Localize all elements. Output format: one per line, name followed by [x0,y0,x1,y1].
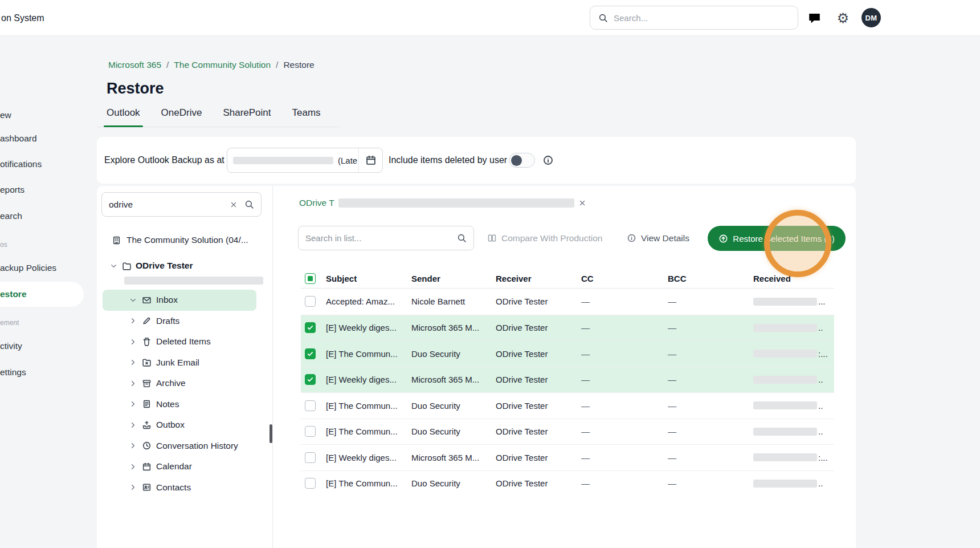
column-header-received[interactable]: Received [753,274,834,283]
sidebar-item-ew[interactable]: ew [0,103,84,128]
row-checkbox[interactable] [305,322,316,333]
folder-outbox[interactable]: Outbox [103,415,256,436]
sidebar-item-earch[interactable]: earch [0,204,84,229]
chevron-down-icon[interactable] [129,296,137,305]
sidebar-item-ashboard[interactable]: ashboard [0,126,84,151]
chevron-right-icon[interactable] [129,400,137,408]
table-row[interactable]: [E] Weekly diges... Microsoft 365 M... O… [301,444,834,470]
tab-outlook[interactable]: Outlook [107,107,140,127]
tab-onedrive[interactable]: OneDrive [161,107,202,127]
sidebar-item-ctivity[interactable]: ctivity [0,334,84,359]
backup-date-picker[interactable]: (Late [227,148,383,173]
sidebar-item-estore[interactable]: estore [0,282,84,307]
cell-bcc: — [668,401,753,411]
user-avatar[interactable]: DM [861,8,881,27]
folder-calendar[interactable]: Calendar [103,456,256,477]
tree-root-organization[interactable]: The Community Solution (04/... [97,230,268,250]
restore-selected-items-button[interactable]: Restore Selected Items (3) [708,226,846,251]
list-search[interactable] [298,226,474,250]
date-fragment: (Late [338,156,357,165]
history-icon [142,441,152,450]
breadcrumb-item-microsoft-365[interactable]: Microsoft 365 [108,60,161,70]
restore-upload-icon [718,234,728,243]
folder-deleted-items[interactable]: Deleted Items [103,331,256,352]
clear-search-icon[interactable] [230,201,238,209]
received-suffix: :... [818,349,828,359]
tree-search-input[interactable] [109,200,223,210]
table-row[interactable]: [E] The Commun... Duo Security ODrive Te… [301,392,834,419]
clear-icon[interactable] [578,199,586,207]
info-icon[interactable] [542,155,554,166]
column-header-receiver[interactable]: Receiver [496,274,581,283]
redacted-timestamp [753,298,817,306]
row-checkbox[interactable] [305,478,316,489]
column-header-cc[interactable]: CC [581,274,668,283]
sidebar-item-ettings[interactable]: ettings [0,360,84,385]
redacted-list-path [338,198,574,208]
folder-contacts[interactable]: Contacts [103,477,256,498]
table-row[interactable]: Accepted: Amaz... Nicole Barnett ODrive … [301,289,834,315]
column-header-sender[interactable]: Sender [411,274,496,283]
cell-receiver: ODrive Tester [496,478,581,488]
chevron-right-icon[interactable] [129,421,137,429]
select-all-checkbox[interactable] [305,273,316,284]
folder-junk-email[interactable]: Junk Email [103,352,256,374]
compare-with-production-button[interactable]: Compare With Production [487,226,602,250]
table-row[interactable]: [E] Weekly diges... Microsoft 365 M... O… [301,367,834,393]
folder-conversation-history[interactable]: Conversation History [103,436,256,457]
chevron-right-icon[interactable] [129,379,137,388]
tree-mailbox-odrive-tester[interactable]: ODrive Tester [97,256,268,275]
feedback-message-icon[interactable] [807,10,822,26]
chevron-right-icon[interactable] [129,462,137,471]
column-header-subject[interactable]: Subject [326,274,411,283]
column-header-bcc[interactable]: BCC [668,274,753,283]
drafts-icon [142,316,152,326]
row-checkbox[interactable] [305,426,316,437]
cell-bcc: — [668,427,753,436]
folder-notes[interactable]: Notes [103,394,256,415]
calendar-picker-button[interactable] [358,148,382,172]
tree-scrollbar-thumb[interactable] [270,424,272,443]
row-checkbox[interactable] [305,348,316,359]
explore-backup-bar: Explore Outlook Backup as at (Late Inclu… [97,137,856,184]
chevron-right-icon[interactable] [129,358,137,367]
table-row[interactable]: [E] The Commun... Duo Security ODrive Te… [301,419,834,445]
settings-gear-icon[interactable]: ⚙ [835,10,851,26]
sidebar-item-eports[interactable]: eports [0,177,84,202]
folder-label: Deleted Items [156,336,211,347]
row-checkbox[interactable] [305,452,316,463]
table-row[interactable]: [E] The Commun... Duo Security ODrive Te… [301,470,834,497]
tree-search[interactable] [101,192,262,217]
global-search[interactable] [590,6,798,30]
list-search-input[interactable] [305,233,451,243]
table-row[interactable]: [E] The Commun... Duo Security ODrive Te… [301,340,834,367]
chevron-right-icon[interactable] [129,483,137,492]
folder-archive[interactable]: Archive [103,373,256,394]
panel-divider [272,186,273,548]
cell-sender: Microsoft 365 M... [411,453,496,462]
folder-drafts[interactable]: Drafts [103,311,256,332]
cell-cc: — [581,453,668,462]
tab-teams[interactable]: Teams [292,107,321,127]
row-checkbox[interactable] [305,296,316,307]
cell-cc: — [581,478,668,488]
junk-folder-icon [142,358,152,367]
global-search-input[interactable] [614,13,790,23]
folder-inbox[interactable]: Inbox [103,290,256,311]
tab-sharepoint[interactable]: SharePoint [223,107,271,127]
deleted-items-toggle[interactable] [509,153,535,168]
chevron-right-icon[interactable] [129,316,137,325]
chevron-right-icon[interactable] [129,441,137,450]
row-checkbox[interactable] [305,374,316,385]
search-icon[interactable] [457,233,467,243]
chevron-right-icon[interactable] [129,338,137,346]
folder-label: Inbox [156,295,178,305]
view-details-button[interactable]: View Details [627,226,689,250]
breadcrumb-item-the-community-solution[interactable]: The Community Solution [174,60,271,70]
cell-cc: — [581,427,668,436]
sidebar-item-otifications[interactable]: otifications [0,152,84,177]
table-row[interactable]: [E] Weekly diges... Microsoft 365 M... O… [301,315,834,341]
sidebar-item-ackup-policies[interactable]: ackup Policies [0,255,84,281]
search-icon[interactable] [244,200,254,209]
row-checkbox[interactable] [305,400,316,411]
